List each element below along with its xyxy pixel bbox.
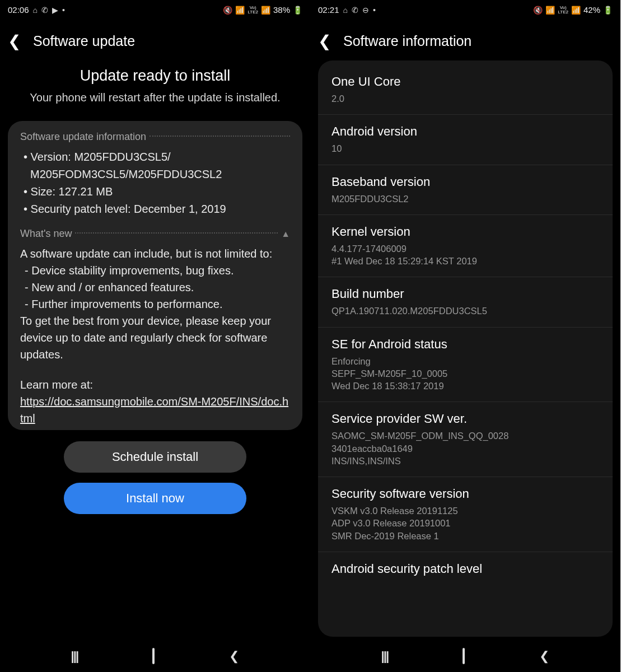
- nav-back-icon[interactable]: ❮: [539, 649, 549, 664]
- back-icon[interactable]: ❮: [318, 34, 331, 49]
- update-info-list: • Version: M205FDDU3CSL5/ M205FODM3CSL5/…: [20, 148, 290, 218]
- signal-icon: 📶: [261, 6, 270, 15]
- battery-text: 38%: [273, 5, 290, 15]
- whatsapp-icon: ✆: [41, 6, 48, 15]
- whatsapp-icon: ✆: [352, 6, 358, 15]
- page-title: Software information: [343, 33, 471, 49]
- info-item-security-patch[interactable]: Android security patch level: [318, 552, 613, 589]
- info-item-build[interactable]: Build number QP1A.190711.020.M205FDDU3CS…: [318, 277, 613, 327]
- page-header: ❮ Software information: [310, 20, 620, 60]
- intro-block: Update ready to install Your phone will …: [8, 60, 302, 121]
- phone-right: 02:21 ⌂ ✆ ⊖ • 🔇 📶 Vo)LTE2 📶 42% 🔋 ❮ Soft…: [310, 0, 620, 672]
- nav-home-icon[interactable]: [152, 649, 155, 664]
- dot-icon: •: [62, 6, 65, 15]
- intro-subtitle: Your phone will restart after the update…: [25, 90, 286, 105]
- nav-recents-icon[interactable]: |||: [71, 649, 78, 664]
- back-icon[interactable]: ❮: [8, 34, 21, 49]
- nav-home-icon[interactable]: [463, 649, 465, 664]
- wifi-icon: 📶: [545, 6, 555, 15]
- phone-left: 02:06 ⌂ ✆ ▶ • 🔇 📶 Vo)LTE2 📶 38% 🔋 ❮ Soft…: [0, 0, 310, 672]
- info-item-one-ui[interactable]: One UI Core 2.0: [318, 65, 613, 115]
- update-card: Software update information • Version: M…: [8, 121, 302, 430]
- install-now-button[interactable]: Install now: [64, 483, 246, 514]
- info-item-android-version[interactable]: Android version 10: [318, 115, 613, 165]
- software-info-list[interactable]: One UI Core 2.0 Android version 10 Baseb…: [318, 60, 613, 637]
- nav-bar: ||| ❮: [310, 641, 620, 672]
- battery-icon: 🔋: [603, 6, 613, 15]
- page-header: ❮ Software update: [0, 20, 310, 60]
- chevron-up-icon[interactable]: ▲: [281, 229, 290, 239]
- status-bar: 02:21 ⌂ ✆ ⊖ • 🔇 📶 Vo)LTE2 📶 42% 🔋: [310, 0, 620, 20]
- schedule-install-button[interactable]: Schedule install: [64, 441, 246, 473]
- dot-icon: •: [373, 6, 376, 15]
- info-item-security-sw[interactable]: Security software version VSKM v3.0 Rele…: [318, 477, 613, 552]
- nav-back-icon[interactable]: ❮: [229, 649, 239, 664]
- info-item-se-android[interactable]: SE for Android status Enforcing SEPF_SM-…: [318, 328, 613, 403]
- volte-icon: Vo)LTE2: [248, 6, 258, 13]
- minus-circle-icon: ⊖: [362, 6, 369, 15]
- info-item-kernel[interactable]: Kernel version 4.4.177-17406009 #1 Wed D…: [318, 215, 613, 278]
- bag-icon: ⌂: [33, 6, 38, 15]
- section-update-info: Software update information: [20, 131, 290, 143]
- play-icon: ▶: [52, 6, 58, 15]
- nav-recents-icon[interactable]: |||: [381, 649, 388, 664]
- bag-icon: ⌂: [343, 6, 348, 15]
- section-whats-new[interactable]: What's new ▲: [20, 228, 290, 240]
- signal-icon: 📶: [571, 6, 581, 15]
- mute-icon: 🔇: [223, 6, 232, 15]
- status-bar: 02:06 ⌂ ✆ ▶ • 🔇 📶 Vo)LTE2 📶 38% 🔋: [0, 0, 310, 20]
- intro-title: Update ready to install: [25, 67, 286, 85]
- status-time: 02:21: [318, 5, 339, 15]
- nav-bar: ||| ❮: [0, 641, 310, 672]
- info-item-baseband[interactable]: Baseband version M205FDDU3CSL2: [318, 165, 613, 215]
- battery-icon: 🔋: [293, 6, 302, 15]
- info-item-service-provider[interactable]: Service provider SW ver. SAOMC_SM-M205F_…: [318, 402, 613, 477]
- learn-more-link[interactable]: https://doc.samsungmobile.com/SM-M205F/I…: [20, 395, 288, 424]
- volte-icon: Vo)LTE2: [558, 6, 568, 13]
- page-title: Software update: [33, 33, 135, 49]
- battery-text: 42%: [583, 5, 600, 15]
- mute-icon: 🔇: [533, 6, 543, 15]
- wifi-icon: 📶: [235, 6, 245, 15]
- status-time: 02:06: [8, 5, 29, 15]
- whats-new-body: A software update can include, but is no…: [20, 245, 290, 427]
